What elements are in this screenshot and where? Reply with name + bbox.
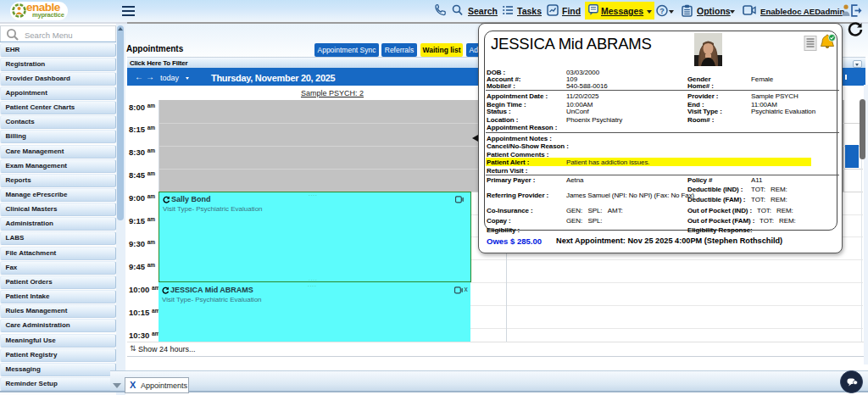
svg-text:?: ? [659, 7, 665, 15]
